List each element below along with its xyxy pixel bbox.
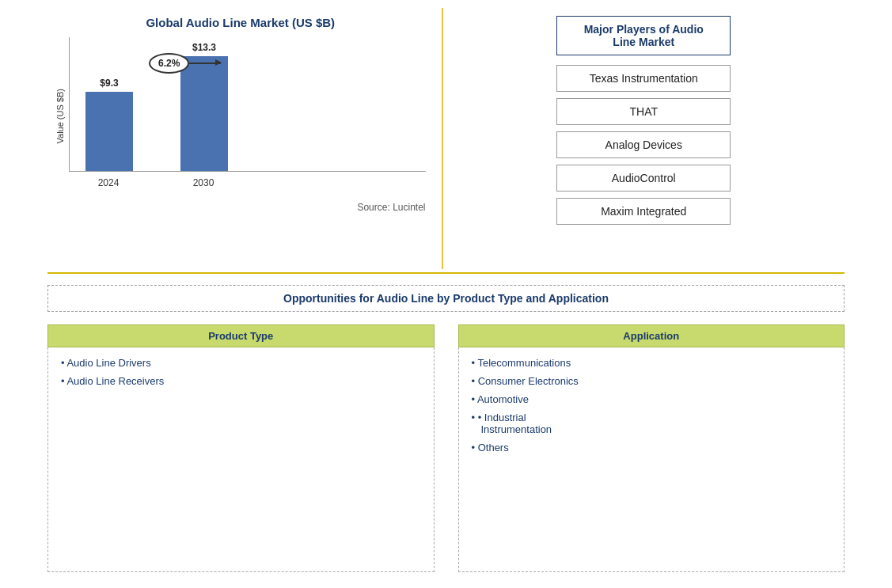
chart-area: Value (US $B) 6.2% $9.3 [55,37,426,195]
app-item-0: Telecommunications [472,357,832,369]
product-type-column: Product Type Audio Line Drivers Audio Li… [47,324,435,572]
cagr-annotation: 6.2% [149,53,189,74]
cagr-ellipse: 6.2% [149,53,189,74]
application-header: Application [458,324,845,347]
top-section: Global Audio Line Market (US $B) Value (… [47,8,845,269]
player-texas: Texas Instrumentation [556,65,731,92]
player-analog: Analog Devices [556,131,731,158]
product-type-header: Product Type [47,324,435,347]
application-items: Telecommunications Consumer Electronics … [458,347,845,572]
opportunities-content: Product Type Audio Line Drivers Audio Li… [47,324,845,572]
app-item-2: Automotive [472,393,832,405]
bar-year-2024: 2024 [98,177,120,188]
bar-value-2030: $13.3 [192,42,216,53]
product-item-0: Audio Line Drivers [61,357,421,369]
product-type-items: Audio Line Drivers Audio Line Receivers [47,347,435,572]
bars-row: 6.2% $9.3 $13.3 [69,37,426,172]
horizontal-divider [47,272,845,274]
player-audiocontrol: AudioControl [556,165,731,192]
player-maxim: Maxim Integrated [556,198,731,225]
source-text: Source: Lucintel [357,202,425,213]
opportunities-title: Opportunities for Audio Line by Product … [47,285,845,312]
app-item-4: Others [472,442,832,453]
y-axis-label: Value (US $B) [55,89,65,144]
app-item-3: • IndustrialInstrumentation [472,412,832,435]
players-title: Major Players of Audio Line Market [556,16,731,55]
application-column: Application Telecommunications Consumer … [458,324,845,572]
players-section: Major Players of Audio Line Market Texas… [443,8,845,269]
player-that: THAT [556,98,731,125]
bottom-section: Opportunities for Audio Line by Product … [47,277,845,580]
chart-title: Global Audio Line Market (US $B) [146,16,335,29]
bar-value-2024: $9.3 [100,78,118,89]
product-item-1: Audio Line Receivers [61,375,421,387]
bars-container: 6.2% $9.3 $13.3 [69,37,426,195]
app-item-1: Consumer Electronics [472,375,832,387]
chart-section: Global Audio Line Market (US $B) Value (… [47,8,443,269]
bar-group-2024: $9.3 [85,78,133,171]
bar-year-2030: 2030 [193,177,214,188]
bar-2024 [85,92,133,171]
cagr-arrow [189,63,221,64]
